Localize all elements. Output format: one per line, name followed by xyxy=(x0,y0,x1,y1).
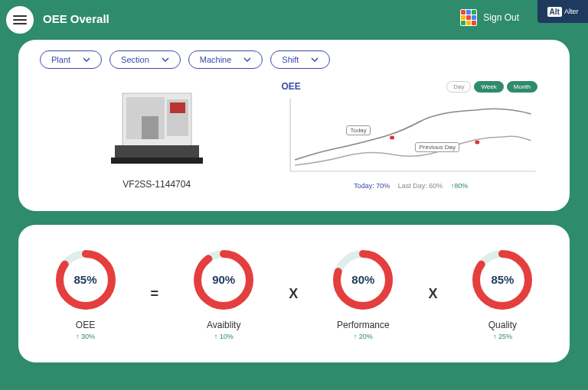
apps-icon[interactable] xyxy=(460,9,477,26)
machine-name: VF2SS-1144704 xyxy=(122,179,191,190)
sign-out-link[interactable]: Sign Out xyxy=(483,12,519,23)
overview-card: Plant Section Machine Shift VF2SS-114470… xyxy=(18,40,570,211)
gauge-quality: 85% Quality↑ 25% xyxy=(470,248,534,340)
svg-rect-8 xyxy=(111,158,203,164)
brand-logo: AltAlter xyxy=(537,0,588,23)
tab-week[interactable]: Week xyxy=(474,81,503,93)
svg-rect-9 xyxy=(142,116,158,139)
machine-image xyxy=(100,86,214,170)
svg-rect-6 xyxy=(170,102,185,113)
multiply-operator: X xyxy=(428,286,437,302)
tab-month[interactable]: Month xyxy=(507,81,537,93)
chart-label-prev: Previous Day xyxy=(415,142,459,152)
chevron-down-icon xyxy=(83,57,90,62)
svg-rect-7 xyxy=(115,145,199,159)
chart-legend: Today: 70% Last Day: 60% ↑80% xyxy=(281,182,541,190)
filter-section[interactable]: Section xyxy=(109,50,181,69)
filter-shift[interactable]: Shift xyxy=(270,50,330,69)
gauge-oee: 85% OEE↑ 30% xyxy=(54,248,118,340)
metrics-card: 85% OEE↑ 30% = 90% Avaiblity↑ 10% X 80% … xyxy=(18,225,570,362)
oee-chart: Today Previous Day xyxy=(281,95,541,179)
filter-plant[interactable]: Plant xyxy=(40,50,102,69)
menu-button[interactable] xyxy=(6,6,34,34)
chart-label-today: Today xyxy=(346,125,370,135)
page-title: OEE Overall xyxy=(43,12,109,25)
chevron-down-icon xyxy=(311,57,318,62)
chevron-down-icon xyxy=(162,57,169,62)
equals-operator: = xyxy=(151,286,159,302)
filter-machine[interactable]: Machine xyxy=(188,50,263,69)
svg-point-13 xyxy=(475,141,480,145)
multiply-operator: X xyxy=(289,286,298,302)
tab-day[interactable]: Day xyxy=(446,81,471,93)
gauge-performance: 80% Performance↑ 20% xyxy=(331,248,395,340)
hamburger-icon xyxy=(13,15,27,25)
gauge-availability: 90% Avaiblity↑ 10% xyxy=(191,248,256,340)
chevron-down-icon xyxy=(243,57,251,62)
svg-point-12 xyxy=(390,136,395,140)
